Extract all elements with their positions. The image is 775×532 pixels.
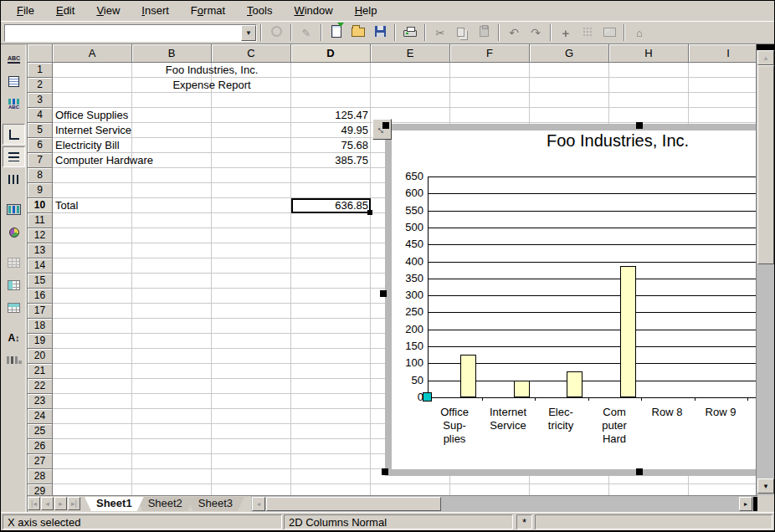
chart-object[interactable]: Foo Industries, Inc. 0501001502002503003…: [385, 124, 756, 476]
y-axis-tick-label[interactable]: 500: [392, 221, 423, 234]
scroll-down-button[interactable]: ▼: [757, 478, 774, 494]
y-axis-tick-label[interactable]: 100: [392, 356, 423, 370]
data-in-rows-button[interactable]: [3, 274, 25, 295]
x-axis-category-label[interactable]: Row 8: [640, 406, 694, 419]
row-header-7[interactable]: 7: [28, 153, 53, 168]
row-header-16[interactable]: 16: [28, 289, 53, 304]
axes-on-off-button[interactable]: [3, 124, 25, 145]
axes-titles-on-off-button[interactable]: ABC: [3, 94, 25, 115]
next-sheet-button[interactable]: ▸: [54, 497, 67, 510]
edit-file-button[interactable]: ✎: [296, 23, 316, 43]
chart-selection-handle[interactable]: [636, 468, 643, 475]
combo-dropdown-button[interactable]: ▼: [241, 25, 256, 41]
chart-selection-handle[interactable]: [382, 122, 389, 129]
x-axis-selection-handle[interactable]: [423, 392, 432, 402]
horizontal-scrollbar[interactable]: ◂ ▸: [251, 495, 757, 512]
chart-plot[interactable]: [428, 176, 756, 397]
y-axis-tick-label[interactable]: 400: [392, 255, 423, 269]
row-header-3[interactable]: 3: [28, 93, 53, 108]
stylist-button[interactable]: [577, 23, 598, 43]
row-header-6[interactable]: 6: [28, 138, 53, 153]
row-header-17[interactable]: 17: [28, 304, 53, 319]
scroll-right-button[interactable]: ▸: [739, 497, 752, 511]
row-header-18[interactable]: 18: [28, 319, 53, 334]
reorganize-chart-button[interactable]: [3, 350, 25, 371]
column-header-d[interactable]: D: [291, 44, 371, 63]
undo-button[interactable]: ↶: [504, 23, 524, 43]
y-axis-tick-label[interactable]: 350: [392, 272, 423, 285]
column-header-e[interactable]: E: [371, 44, 450, 63]
paste-button[interactable]: [474, 23, 494, 43]
chart-type-button[interactable]: [3, 199, 25, 220]
row-header-27[interactable]: 27: [28, 454, 53, 469]
active-cell-border[interactable]: [291, 198, 371, 213]
row-header-24[interactable]: 24: [28, 409, 53, 424]
column-header-i[interactable]: I: [689, 44, 756, 63]
column-header-a[interactable]: A: [53, 44, 132, 63]
row-header-2[interactable]: 2: [28, 78, 53, 93]
print-button[interactable]: [400, 23, 420, 43]
menu-tools[interactable]: Tools: [236, 1, 283, 21]
stop-button[interactable]: [266, 23, 286, 43]
gallery-button[interactable]: [599, 23, 619, 43]
row-header-28[interactable]: 28: [28, 469, 53, 484]
chart-selection-handle[interactable]: [382, 468, 388, 475]
select-all-corner[interactable]: [28, 44, 53, 63]
menu-view[interactable]: View: [85, 1, 131, 21]
y-axis-tick-label[interactable]: 450: [392, 238, 423, 251]
menu-help[interactable]: Help: [344, 1, 388, 21]
x-axis-category-label[interactable]: Elec-tricity: [534, 406, 588, 432]
fill-handle[interactable]: [367, 210, 372, 215]
scroll-up-button[interactable]: ▲: [757, 50, 774, 65]
url-combo-box[interactable]: ▼: [4, 24, 257, 42]
chart-data-button[interactable]: [3, 252, 25, 273]
hscroll-thumb[interactable]: [266, 497, 441, 511]
legend-on-off-button[interactable]: [3, 71, 25, 92]
data-in-columns-button[interactable]: [3, 297, 25, 318]
chart-bar[interactable]: [620, 266, 636, 397]
new-document-button[interactable]: [326, 23, 346, 43]
y-axis-tick-label[interactable]: 300: [392, 289, 423, 302]
first-sheet-button[interactable]: |◂: [28, 497, 40, 510]
row-header-22[interactable]: 22: [28, 379, 53, 394]
x-axis-category-label[interactable]: Row 9: [694, 406, 747, 419]
row-header-21[interactable]: 21: [28, 364, 53, 379]
row-header-23[interactable]: 23: [28, 394, 53, 409]
y-axis-tick-label[interactable]: 0: [392, 391, 423, 404]
menu-window[interactable]: Window: [283, 1, 343, 21]
row-header-25[interactable]: 25: [28, 424, 53, 439]
chart-selection-handle[interactable]: [380, 290, 387, 297]
row-header-9[interactable]: 9: [28, 183, 53, 198]
row-header-20[interactable]: 20: [28, 349, 53, 364]
y-axis-tick-label[interactable]: 650: [392, 170, 423, 183]
row-header-26[interactable]: 26: [28, 439, 53, 454]
chart-selection-handle[interactable]: [636, 122, 643, 129]
column-header-b[interactable]: B: [132, 44, 212, 63]
cut-button[interactable]: ✂: [430, 23, 450, 43]
navigator-button[interactable]: +: [556, 23, 576, 43]
column-header-c[interactable]: C: [212, 44, 291, 63]
y-axis-tick-label[interactable]: 250: [392, 305, 423, 319]
row-header-5[interactable]: 5: [28, 123, 53, 138]
chart-bar[interactable]: [514, 381, 530, 397]
y-axis-tick-label[interactable]: 600: [392, 187, 423, 200]
row-header-12[interactable]: 12: [28, 228, 53, 243]
menu-file[interactable]: File: [6, 1, 45, 21]
column-header-h[interactable]: H: [609, 44, 689, 63]
row-header-11[interactable]: 11: [28, 213, 53, 228]
vscroll-split-handle[interactable]: [757, 44, 775, 50]
copy-button[interactable]: [452, 23, 472, 43]
y-axis-tick-label[interactable]: 150: [392, 340, 423, 353]
column-header-g[interactable]: G: [530, 44, 609, 63]
row-header-13[interactable]: 13: [28, 243, 53, 258]
last-sheet-button[interactable]: ▸|: [68, 497, 80, 510]
menu-edit[interactable]: Edit: [45, 1, 85, 21]
hscroll-split-handle[interactable]: [753, 497, 757, 511]
row-header-1[interactable]: 1: [28, 63, 53, 78]
previous-sheet-button[interactable]: ◂: [41, 497, 54, 510]
vscroll-thumb[interactable]: [757, 65, 774, 264]
chart-bar[interactable]: [567, 371, 583, 397]
url-input[interactable]: [5, 25, 241, 41]
sheet-tab-sheet2[interactable]: Sheet2: [136, 497, 194, 511]
y-axis-tick-label[interactable]: 550: [392, 204, 423, 217]
